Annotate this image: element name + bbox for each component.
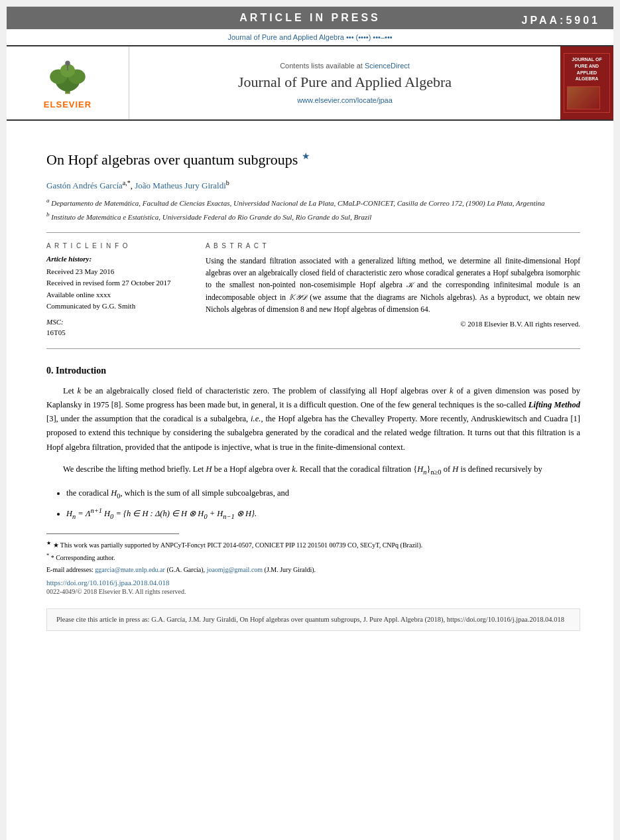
intro-heading: 0. Introduction: [46, 366, 580, 376]
math-KYD: 𝕂𝒴𝒟: [289, 293, 307, 301]
communicated-by: Communicated by G.G. Smith: [46, 301, 192, 313]
affil2-marker: b: [46, 211, 50, 218]
bullet-item-1: the coradical H0, which is the sum of al…: [66, 486, 580, 502]
email2-link[interactable]: joaomjg@gmail.com: [207, 566, 263, 573]
article-title: On Hopf algebras over quantum subgroups …: [46, 151, 580, 170]
author1-affil-ref: a,*: [123, 179, 131, 186]
header-section: ELSEVIER Contents lists available at Sci…: [7, 45, 613, 121]
elsevier-logo: ELSEVIER: [7, 46, 129, 119]
svg-point-5: [65, 60, 70, 65]
journal-cover: JOURNAL OF PURE AND APPLIED ALGEBRA: [560, 46, 613, 119]
star-footnote-icon: ★: [302, 151, 310, 161]
footnote-corresponding-text: * Corresponding author.: [51, 554, 115, 561]
cover-title-text: JOURNAL OF PURE AND APPLIED ALGEBRA: [567, 56, 607, 82]
journal-ref-text: Journal of Pure and Applied Algebra ••• …: [227, 33, 392, 41]
footnote-separator: [46, 533, 179, 534]
author2-affil-ref: b: [226, 179, 229, 186]
contents-label: Contents lists available at: [280, 62, 363, 70]
footnote-corresponding: * * Corresponding author.: [46, 552, 580, 563]
affil2: b Instituto de Matemática e Estatística,…: [46, 210, 580, 222]
aip-banner: ARTICLE IN PRESS JPAA:5901: [7, 7, 613, 29]
jpaa-id: JPAA:5901: [522, 15, 600, 27]
bullet-list: the coradical H0, which is the sum of al…: [66, 486, 580, 524]
intro-paragraph2: We describe the lifting method briefly. …: [46, 462, 580, 478]
article-history-text: Received 23 May 2016 Received in revised…: [46, 266, 192, 313]
email1-link[interactable]: ggarcia@mate.unlp.edu.ar: [95, 566, 165, 573]
received-date: Received 23 May 2016: [46, 266, 192, 278]
sciencedirect-line: Contents lists available at ScienceDirec…: [280, 62, 410, 70]
abstract-column: A B S T R A C T Using the standard filtr…: [206, 242, 580, 339]
abstract-text: Using the standard filtration associated…: [206, 255, 580, 316]
copyright-line: © 2018 Elsevier B.V. All rights reserved…: [206, 320, 580, 328]
footnote-star: ★ ★ This work was partially supported by…: [46, 539, 580, 550]
cover-inner: JOURNAL OF PURE AND APPLIED ALGEBRA: [564, 53, 610, 113]
journal-title-header: Journal of Pure and Applied Algebra: [238, 74, 452, 91]
rights-line: 0022-4049/© 2018 Elsevier B.V. All right…: [46, 588, 580, 595]
footnote-star-text: ★ This work was partially supported by A…: [53, 541, 423, 549]
citation-box: Please cite this article in press as: G.…: [46, 608, 580, 631]
math-K: 𝒦: [406, 281, 412, 289]
affil1: a Departamento de Matemática, Facultad d…: [46, 196, 580, 208]
affiliations: a Departamento de Matemática, Facultad d…: [46, 196, 580, 222]
article-info-abstract-section: A R T I C L E I N F O Article history: R…: [46, 242, 580, 339]
email1-name: (G.A. García),: [166, 566, 205, 573]
doi-line[interactable]: https://doi.org/10.1016/j.jpaa.2018.04.0…: [46, 579, 580, 587]
citation-text: Please cite this article in press as: G.…: [56, 616, 564, 623]
affil2-text: Instituto de Matemática e Estatística, U…: [51, 213, 371, 221]
affil1-marker: a: [46, 197, 50, 204]
abstract-label: A B S T R A C T: [206, 242, 580, 249]
journal-url[interactable]: www.elsevier.com/locate/jpaa: [297, 96, 393, 104]
msc-code: 16T05: [46, 327, 192, 339]
email2-name: (J.M. Jury Giraldi).: [265, 566, 316, 573]
aip-banner-text: ARTICLE IN PRESS: [239, 12, 380, 23]
title-text: On Hopf algebras over quantum subgroups: [46, 151, 298, 168]
journal-ref-line: Journal of Pure and Applied Algebra ••• …: [7, 29, 613, 45]
article-content: On Hopf algebras over quantum subgroups …: [7, 121, 613, 644]
intro-paragraph1: Let k be an algebraically closed field o…: [46, 384, 580, 455]
msc-label: MSC:: [46, 318, 192, 326]
footnote-email-line: E-mail addresses: ggarcia@mate.unlp.edu.…: [46, 565, 580, 575]
bullet-item-2: Hn = Λn+1 H0 = {h ∈ H : Δ(h) ∈ H ⊗ H0 + …: [66, 505, 580, 523]
email-label: E-mail addresses:: [46, 566, 93, 573]
revised-date: Received in revised form 27 October 2017: [46, 277, 192, 289]
cover-graphic: [567, 86, 600, 109]
available-date: Available online xxxx: [46, 289, 192, 301]
authors-line: Gastón Andrés Garcíaa,*, João Matheus Ju…: [46, 179, 580, 191]
separator1: [46, 232, 580, 233]
article-info-column: A R T I C L E I N F O Article history: R…: [46, 242, 192, 339]
article-info-label: A R T I C L E I N F O: [46, 242, 192, 249]
elsevier-wordmark: ELSEVIER: [44, 100, 92, 109]
author1-link[interactable]: Gastón Andrés García: [46, 180, 123, 190]
separator2: [46, 348, 580, 349]
page: ARTICLE IN PRESS JPAA:5901 Journal of Pu…: [7, 7, 613, 840]
article-history-title: Article history:: [46, 255, 192, 263]
doi-url: https://doi.org/10.1016/j.jpaa.2018.04.0…: [46, 579, 170, 587]
elsevier-tree-icon: [41, 57, 94, 97]
author2-link[interactable]: João Matheus Jury Giraldi: [135, 180, 226, 190]
affil1-text: Departamento de Matemática, Facultad de …: [51, 199, 544, 207]
sciencedirect-link[interactable]: ScienceDirect: [365, 62, 410, 70]
msc-label-text: MSC:: [46, 318, 64, 326]
journal-info: Contents lists available at ScienceDirec…: [129, 46, 560, 119]
